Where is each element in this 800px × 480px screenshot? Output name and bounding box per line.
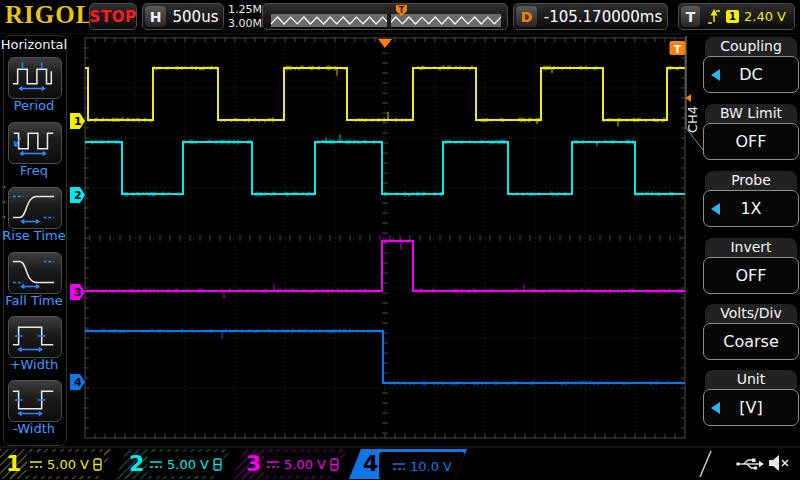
- channel-3-scale: 5.00 V: [284, 457, 326, 472]
- trigger-position-flag-icon[interactable]: T: [263, 4, 509, 31]
- left-menu-title: Horizontal: [0, 37, 68, 52]
- measure-period-label: Period: [0, 98, 68, 113]
- timebase-indicator: H 500us: [142, 3, 224, 30]
- trigger-position-flag-icon[interactable]: T: [396, 5, 407, 16]
- measure-period-button[interactable]: [8, 57, 62, 99]
- fall-time-icon: [9, 253, 59, 291]
- softkey-probe-value: 1X: [740, 199, 761, 218]
- channel-4-scale: 10.0 V: [410, 459, 452, 474]
- trigger-position-marker[interactable]: [378, 39, 392, 48]
- softkey-volts-div-value: Coarse: [723, 332, 779, 351]
- dc-coupling-icon: [29, 459, 43, 470]
- measure-rise-time-label: Rise Time: [0, 228, 68, 243]
- measure-plus-width-label: +Width: [0, 357, 68, 372]
- channel-1-scale: 5.00 V: [47, 457, 89, 472]
- channel-marker-4[interactable]: 4: [70, 374, 85, 390]
- channel-menu: Coupling DC BW Limit OFF Probe 1X Invert…: [684, 33, 800, 447]
- channel-3-number: 3: [246, 450, 261, 478]
- softkey-unit[interactable]: Unit [V]: [703, 370, 799, 426]
- softkey-probe[interactable]: Probe 1X: [703, 171, 799, 227]
- softkey-bw-limit-label: BW Limit: [705, 104, 797, 123]
- measure-minus-width-label: -Width: [0, 421, 68, 436]
- freq-icon: [9, 123, 59, 161]
- measure-plus-width-button[interactable]: [8, 316, 62, 358]
- separator-slash: [700, 451, 711, 477]
- softkey-coupling-value: DC: [739, 65, 763, 84]
- usb-icon: [736, 459, 764, 470]
- speaker-muted-icon: [769, 455, 788, 471]
- channel-status-bar: 1 5.00 V 2 5.00 V 3: [0, 448, 800, 480]
- delay-value: -105.170000ms: [539, 8, 667, 26]
- svg-text:T: T: [399, 6, 405, 15]
- softkey-coupling-label: Coupling: [705, 37, 797, 56]
- trace-ch4: [85, 328, 685, 385]
- dc-coupling-icon: [392, 461, 406, 472]
- channel-marker-3[interactable]: 3: [70, 284, 85, 300]
- run-state-label: STOP: [90, 8, 137, 26]
- chevron-left-icon: [711, 402, 720, 414]
- memory-notch: [387, 14, 391, 27]
- softkey-coupling[interactable]: Coupling DC: [703, 37, 799, 93]
- probe-b-icon: [330, 458, 339, 471]
- svg-text:T: T: [674, 43, 682, 56]
- chevron-left-icon: [711, 69, 720, 81]
- timebase-value: 500us: [168, 8, 223, 26]
- channel-2-scale: 5.00 V: [167, 457, 209, 472]
- svg-text:3: 3: [74, 286, 82, 299]
- memory-position-preview: T: [262, 3, 508, 30]
- svg-text:2: 2: [74, 189, 82, 202]
- measure-fall-time-label: Fall Time: [0, 293, 68, 308]
- trigger-source-badge: 1: [726, 10, 739, 23]
- channel-3-status[interactable]: 3 5.00 V: [232, 449, 347, 479]
- left-measure-menu: Horizontal Period Freq Rise Time: [0, 33, 68, 447]
- trace-ch3: [85, 238, 685, 298]
- softkey-invert-label: Invert: [705, 238, 797, 257]
- dc-coupling-icon: [149, 459, 163, 470]
- oscilloscope-screen: 1234TCH4 RIGOL STOP H 500us 1.25MSa/s 3.…: [0, 0, 800, 480]
- measure-minus-width-button[interactable]: [8, 380, 62, 422]
- softkey-volts-div-label: Volts/Div: [705, 304, 797, 323]
- channel-2-number: 2: [129, 450, 144, 478]
- chevron-left-icon: [711, 203, 720, 215]
- softkey-bw-limit-value: OFF: [736, 132, 767, 151]
- softkey-invert[interactable]: Invert OFF: [703, 238, 799, 294]
- delay-indicator: D -105.170000ms: [513, 3, 668, 30]
- period-icon: [9, 58, 59, 96]
- svg-text:1: 1: [74, 115, 82, 128]
- channel-marker-1[interactable]: 1: [70, 113, 85, 129]
- probe-b-icon: [213, 458, 222, 471]
- rise-time-icon: [9, 188, 59, 226]
- channel-1-number: 1: [6, 450, 21, 478]
- rising-edge-icon: [707, 8, 721, 26]
- rigol-logo: RIGOL: [5, 1, 93, 29]
- channel-1-status[interactable]: 1 5.00 V: [0, 449, 112, 479]
- probe-b-icon: [93, 458, 102, 471]
- run-state-indicator: STOP: [89, 3, 137, 30]
- minus-width-icon: [9, 381, 59, 419]
- measure-freq-button[interactable]: [8, 122, 62, 164]
- softkey-probe-label: Probe: [705, 171, 797, 190]
- channel-marker-2[interactable]: 2: [70, 187, 85, 203]
- trigger-indicator: T 1 2.40 V: [678, 3, 795, 30]
- channel-2-status[interactable]: 2 5.00 V: [115, 449, 230, 479]
- softkey-unit-value: [V]: [739, 398, 762, 417]
- channel-4-number: 4: [363, 450, 378, 478]
- horizontal-label: H: [145, 6, 166, 27]
- measure-fall-time-button[interactable]: [8, 252, 62, 294]
- trigger-level-value: 2.40 V: [744, 9, 786, 24]
- softkey-invert-value: OFF: [736, 266, 767, 285]
- softkey-unit-label: Unit: [705, 370, 797, 389]
- delay-label: D: [516, 6, 537, 27]
- plus-width-icon: [9, 317, 59, 355]
- measure-rise-time-button[interactable]: [8, 187, 62, 229]
- channel-4-status[interactable]: 4 10.0 V: [349, 449, 467, 479]
- svg-text:4: 4: [74, 376, 82, 389]
- memory-waveform: [271, 17, 501, 24]
- system-icons: [695, 448, 800, 480]
- trace-ch2: [85, 134, 685, 196]
- softkey-volts-div[interactable]: Volts/Div Coarse: [703, 304, 799, 360]
- dc-coupling-icon: [266, 459, 280, 470]
- trigger-label: T: [681, 6, 700, 27]
- top-status-bar: RIGOL STOP H 500us 1.25MSa/s 3.00M pts T…: [0, 0, 800, 33]
- softkey-bw-limit[interactable]: BW Limit OFF: [703, 104, 799, 160]
